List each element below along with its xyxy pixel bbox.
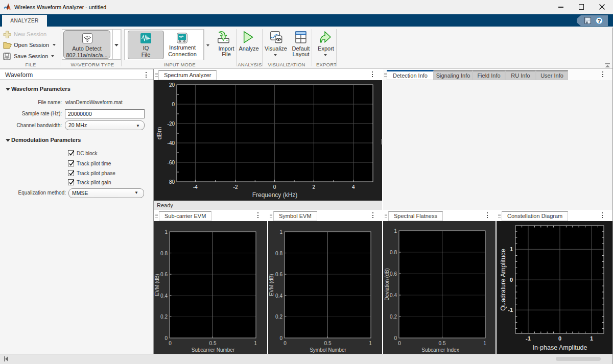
svg-text:1: 1 xyxy=(369,341,372,346)
svg-text:0.2: 0.2 xyxy=(160,314,168,320)
svg-text:Frequency (kHz): Frequency (kHz) xyxy=(252,191,298,199)
svg-text:?: ? xyxy=(597,18,601,24)
svg-text:0: 0 xyxy=(273,184,276,190)
svg-text:0.6: 0.6 xyxy=(275,272,282,277)
svg-text:-20: -20 xyxy=(168,121,175,127)
svg-text:0.2: 0.2 xyxy=(275,314,282,320)
svg-text:In-phase Amplitude: In-phase Amplitude xyxy=(532,344,587,351)
svg-text:0.5: 0.5 xyxy=(209,341,217,346)
svg-text:0.5: 0.5 xyxy=(439,341,446,346)
svg-text:1: 1 xyxy=(483,341,486,346)
svg-text:0.8: 0.8 xyxy=(275,251,282,256)
svg-text:0: 0 xyxy=(279,335,282,341)
svg-text:80: 80 xyxy=(169,179,175,185)
svg-text:1: 1 xyxy=(394,228,397,234)
svg-text:EVM (dB): EVM (dB) xyxy=(154,274,160,296)
svg-text:dBm: dBm xyxy=(156,127,163,140)
svg-text:0: 0 xyxy=(169,341,172,346)
svg-text:0.4: 0.4 xyxy=(160,293,168,299)
svg-text:0: 0 xyxy=(398,341,401,346)
svg-text:0.4: 0.4 xyxy=(275,293,282,299)
svg-text:1: 1 xyxy=(254,341,257,346)
svg-text:EVM (dB): EVM (dB) xyxy=(269,274,274,296)
svg-text:-40: -40 xyxy=(168,140,175,146)
svg-text:0.6: 0.6 xyxy=(390,271,397,277)
svg-text:0.8: 0.8 xyxy=(390,250,397,255)
svg-text:1: 1 xyxy=(279,229,282,235)
svg-text:0.4: 0.4 xyxy=(390,293,397,298)
svg-text:0.5: 0.5 xyxy=(324,341,332,346)
svg-text:-2: -2 xyxy=(233,184,238,190)
svg-text:Deviation (dB): Deviation (dB) xyxy=(384,268,390,300)
svg-text:Quadrature Amplitude: Quadrature Amplitude xyxy=(500,249,507,311)
svg-text:-1: -1 xyxy=(508,307,513,313)
svg-text:-4: -4 xyxy=(193,184,198,190)
svg-text:0: 0 xyxy=(558,335,561,342)
svg-text:-1: -1 xyxy=(526,335,531,342)
svg-text:0: 0 xyxy=(284,341,287,346)
svg-text:1: 1 xyxy=(164,229,168,235)
svg-text:Subcarrier Index: Subcarrier Index xyxy=(421,347,459,353)
svg-text:4: 4 xyxy=(352,184,355,190)
svg-text:-60: -60 xyxy=(168,160,175,165)
svg-text:0: 0 xyxy=(394,335,397,341)
svg-text:0: 0 xyxy=(172,102,175,107)
svg-text:Symbol Number: Symbol Number xyxy=(310,347,346,353)
svg-text:2: 2 xyxy=(313,184,316,190)
svg-text:20: 20 xyxy=(169,82,175,88)
svg-text:1: 1 xyxy=(510,246,513,252)
svg-text:0.6: 0.6 xyxy=(160,272,168,277)
svg-text:0: 0 xyxy=(164,335,168,341)
svg-text:Subcarrier Number: Subcarrier Number xyxy=(192,347,235,353)
svg-text:0: 0 xyxy=(510,277,513,283)
svg-text:0.8: 0.8 xyxy=(160,251,168,256)
svg-text:1: 1 xyxy=(590,335,593,342)
svg-text:0.2: 0.2 xyxy=(390,314,397,320)
